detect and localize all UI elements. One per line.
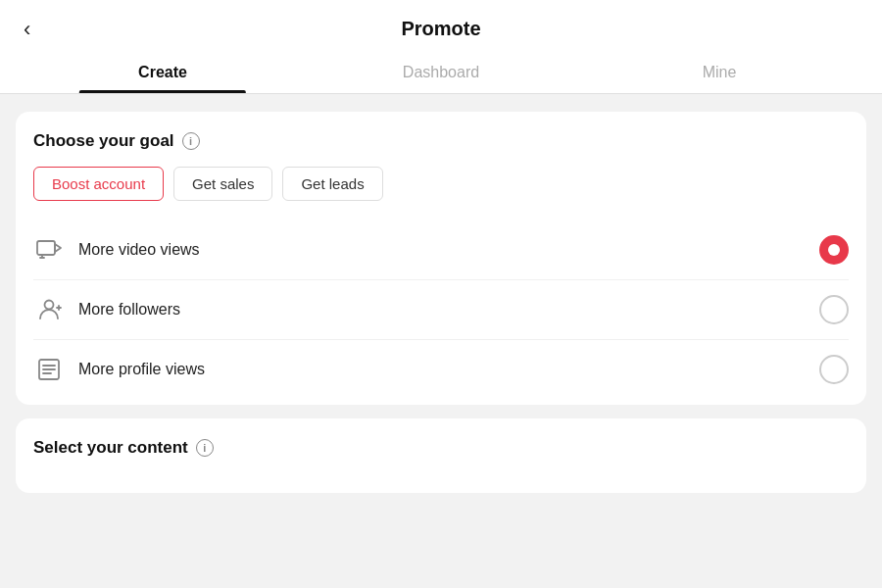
tab-bar: Create Dashboard Mine <box>24 54 858 93</box>
tab-dashboard[interactable]: Dashboard <box>302 54 580 93</box>
svg-point-4 <box>45 301 54 310</box>
get-leads-button[interactable]: Get leads <box>282 167 382 201</box>
followers-radio[interactable] <box>819 295 849 324</box>
option-profile-views[interactable]: More profile views <box>33 340 849 385</box>
tab-mine[interactable]: Mine <box>580 54 858 93</box>
header-top: ‹ Promote <box>24 18 858 40</box>
goal-buttons-group: Boost account Get sales Get leads <box>33 167 849 201</box>
back-button[interactable]: ‹ <box>24 19 30 40</box>
option-video-views[interactable]: More video views <box>33 220 849 280</box>
goal-title-text: Choose your goal <box>33 131 174 151</box>
goal-card: Choose your goal i Boost account Get sal… <box>16 112 866 405</box>
followers-label: More followers <box>78 301 806 318</box>
content-card: Select your content i <box>16 418 866 493</box>
goal-card-title: Choose your goal i <box>33 131 849 151</box>
video-views-label: More video views <box>78 241 806 259</box>
header: ‹ Promote Create Dashboard Mine <box>0 0 882 94</box>
page-title: Promote <box>401 18 480 40</box>
content-title-text: Select your content <box>33 438 188 458</box>
main-content: Choose your goal i Boost account Get sal… <box>0 94 882 588</box>
boost-account-button[interactable]: Boost account <box>33 167 164 201</box>
option-followers[interactable]: More followers <box>33 280 849 340</box>
profile-views-label: More profile views <box>78 361 806 378</box>
video-icon <box>33 234 65 266</box>
list-icon <box>33 354 65 385</box>
video-views-radio[interactable] <box>819 235 849 265</box>
svg-marker-1 <box>55 244 61 252</box>
profile-views-radio[interactable] <box>819 355 849 384</box>
goal-info-icon[interactable]: i <box>182 132 200 150</box>
svg-rect-0 <box>37 241 55 255</box>
get-sales-button[interactable]: Get sales <box>173 167 272 201</box>
content-card-title: Select your content i <box>33 438 849 458</box>
person-icon <box>33 294 65 325</box>
tab-create[interactable]: Create <box>24 54 302 93</box>
content-info-icon[interactable]: i <box>196 439 214 457</box>
promote-screen: ‹ Promote Create Dashboard Mine Choose y… <box>0 0 882 588</box>
